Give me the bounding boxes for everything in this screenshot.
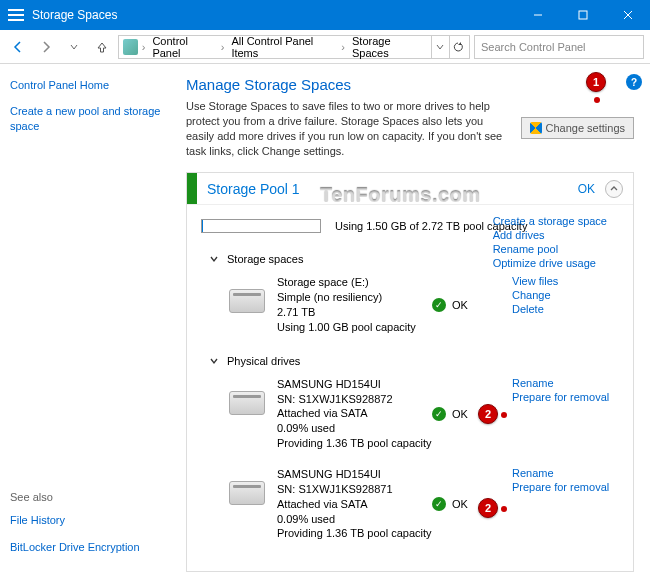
- chevron-right-icon: ›: [140, 41, 148, 53]
- forward-button[interactable]: [34, 35, 58, 59]
- hamburger-icon[interactable]: [8, 9, 24, 21]
- drive-status: OK: [452, 498, 468, 510]
- window-title: Storage Spaces: [32, 8, 515, 22]
- change-settings-button[interactable]: Change settings: [521, 117, 635, 139]
- sidebar: Control Panel Home Create a new pool and…: [0, 64, 180, 580]
- drive-model: SAMSUNG HD154UI: [277, 377, 432, 392]
- main-content: ? Manage Storage Spaces Use Storage Spac…: [180, 64, 650, 580]
- link-prepare-removal[interactable]: Prepare for removal: [512, 391, 609, 403]
- page-title: Manage Storage Spaces: [186, 76, 634, 93]
- drive-icon: [229, 481, 265, 505]
- link-rename-pool[interactable]: Rename pool: [493, 243, 607, 255]
- titlebar: Storage Spaces: [0, 0, 650, 30]
- refresh-button[interactable]: [449, 36, 465, 58]
- drive-attached: Attached via SATA: [277, 497, 432, 512]
- ok-icon: ✓: [432, 407, 446, 421]
- help-button[interactable]: ?: [626, 74, 642, 90]
- pool-header[interactable]: Storage Pool 1 OK: [187, 173, 633, 205]
- storage-pool: Storage Pool 1 OK Using 1.50 GB of 2.72 …: [186, 172, 634, 572]
- drive-attached: Attached via SATA: [277, 406, 432, 421]
- svg-rect-1: [579, 11, 587, 19]
- annotation-1: 1: [586, 72, 606, 92]
- link-delete[interactable]: Delete: [512, 303, 558, 315]
- shield-icon: [530, 122, 542, 134]
- close-button[interactable]: [605, 0, 650, 30]
- space-name: Storage space (E:): [277, 275, 432, 290]
- up-button[interactable]: [90, 35, 114, 59]
- space-size: 2.71 TB: [277, 305, 432, 320]
- drives-label: Physical drives: [227, 355, 300, 367]
- maximize-button[interactable]: [560, 0, 605, 30]
- ok-icon: ✓: [432, 298, 446, 312]
- chevron-down-icon: [209, 254, 219, 264]
- space-resiliency: Simple (no resiliency): [277, 290, 432, 305]
- window-controls: [515, 0, 650, 30]
- breadcrumb-dropdown[interactable]: [431, 36, 447, 58]
- see-also-label: See also: [10, 491, 170, 503]
- drives-section: Physical drives SAMSUNG HD154UI SN: S1XW…: [201, 355, 619, 541]
- link-optimize[interactable]: Optimize drive usage: [493, 257, 607, 269]
- collapse-button[interactable]: [605, 180, 623, 198]
- breadcrumb[interactable]: › Control Panel › All Control Panel Item…: [118, 35, 470, 59]
- drive-used: 0.09% used: [277, 512, 432, 527]
- annotation-2: 2: [478, 404, 498, 424]
- drive-providing: Providing 1.36 TB pool capacity: [277, 526, 432, 541]
- breadcrumb-item[interactable]: Storage Spaces: [349, 35, 427, 59]
- sidebar-file-history[interactable]: File History: [10, 513, 170, 527]
- drive-used: 0.09% used: [277, 421, 432, 436]
- link-rename-drive[interactable]: Rename: [512, 467, 609, 479]
- sidebar-create-pool[interactable]: Create a new pool and storage space: [10, 104, 170, 133]
- annotation-2: 2: [478, 498, 498, 518]
- change-settings-label: Change settings: [546, 122, 626, 134]
- drive-sn: SN: S1XWJ1KS928871: [277, 482, 432, 497]
- drives-header[interactable]: Physical drives: [201, 355, 619, 367]
- cpl-icon: [123, 39, 138, 55]
- link-prepare-removal[interactable]: Prepare for removal: [512, 481, 609, 493]
- link-change[interactable]: Change: [512, 289, 558, 301]
- chevron-right-icon: ›: [219, 41, 227, 53]
- space-status: OK: [452, 299, 468, 311]
- search-input[interactable]: Search Control Panel: [474, 35, 644, 59]
- physical-drive-item: SAMSUNG HD154UI SN: S1XWJ1KS928872 Attac…: [201, 377, 619, 451]
- minimize-button[interactable]: [515, 0, 560, 30]
- drive-model: SAMSUNG HD154UI: [277, 467, 432, 482]
- link-rename-drive[interactable]: Rename: [512, 377, 609, 389]
- spaces-label: Storage spaces: [227, 253, 303, 265]
- page-description: Use Storage Spaces to save files to two …: [186, 99, 511, 158]
- link-create-space[interactable]: Create a storage space: [493, 215, 607, 227]
- drive-icon: [229, 391, 265, 415]
- breadcrumb-item[interactable]: All Control Panel Items: [228, 35, 337, 59]
- drive-sn: SN: S1XWJ1KS928872: [277, 392, 432, 407]
- back-button[interactable]: [6, 35, 30, 59]
- usage-progress: [201, 219, 321, 233]
- pool-name: Storage Pool 1: [197, 181, 578, 197]
- breadcrumb-item[interactable]: Control Panel: [149, 35, 216, 59]
- sidebar-home[interactable]: Control Panel Home: [10, 78, 170, 92]
- pool-status-stripe: [187, 173, 197, 204]
- drive-icon: [229, 289, 265, 313]
- history-dropdown[interactable]: [62, 35, 86, 59]
- drive-status: OK: [452, 408, 468, 420]
- toolbar: › Control Panel › All Control Panel Item…: [0, 30, 650, 64]
- sidebar-bitlocker[interactable]: BitLocker Drive Encryption: [10, 540, 170, 554]
- drive-providing: Providing 1.36 TB pool capacity: [277, 436, 432, 451]
- ok-icon: ✓: [432, 497, 446, 511]
- storage-space-item: Storage space (E:) Simple (no resiliency…: [201, 275, 619, 334]
- link-add-drives[interactable]: Add drives: [493, 229, 607, 241]
- physical-drive-item: SAMSUNG HD154UI SN: S1XWJ1KS928871 Attac…: [201, 467, 619, 541]
- chevron-down-icon: [209, 356, 219, 366]
- space-usage: Using 1.00 GB pool capacity: [277, 320, 432, 335]
- pool-status: OK: [578, 182, 595, 196]
- link-view-files[interactable]: View files: [512, 275, 558, 287]
- search-placeholder: Search Control Panel: [481, 41, 586, 53]
- chevron-right-icon: ›: [339, 41, 347, 53]
